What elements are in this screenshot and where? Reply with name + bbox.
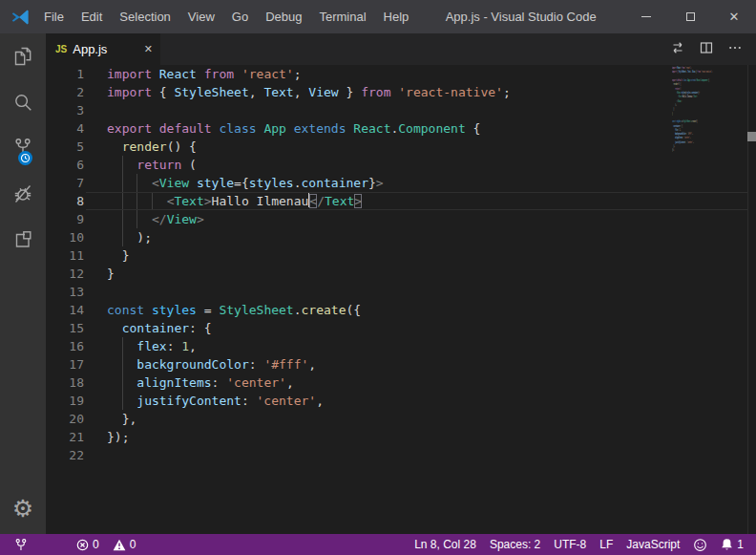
line-number[interactable]: 7: [46, 174, 84, 192]
line-number[interactable]: 17: [46, 355, 84, 374]
menu-go[interactable]: Go: [223, 0, 257, 33]
line-number[interactable]: 15: [46, 319, 84, 337]
minimize-button[interactable]: [624, 0, 668, 33]
open-changes-icon[interactable]: [670, 40, 685, 59]
line-number[interactable]: 18: [46, 374, 84, 392]
menu-edit[interactable]: Edit: [73, 0, 111, 33]
line-number[interactable]: 20: [46, 410, 84, 428]
window-controls: ✕: [624, 0, 756, 33]
code-line-13[interactable]: 13: [46, 283, 756, 301]
code-line-10[interactable]: 10 );: [46, 228, 756, 246]
code-line-8[interactable]: 8 <Text>Hallo Ilmenau</Text>: [46, 192, 756, 210]
menu-debug[interactable]: Debug: [257, 0, 310, 33]
maximize-button[interactable]: [668, 0, 712, 33]
line-number[interactable]: 8: [46, 192, 84, 210]
statusbar-end-of-line[interactable]: LF: [593, 534, 620, 555]
code-line-18[interactable]: 18 alignItems: 'center',: [46, 374, 756, 392]
indent-guide: [122, 374, 123, 392]
overview-ruler[interactable]: [747, 65, 756, 534]
tab-appjs[interactable]: JS App.js ✕: [46, 33, 160, 65]
tab-label: App.js: [73, 42, 138, 56]
activitybar-source-control-icon[interactable]: [0, 125, 46, 171]
activitybar-debug-icon[interactable]: [0, 171, 46, 217]
statusbar-problems-errors[interactable]: 0: [70, 534, 106, 555]
more-actions-icon[interactable]: [727, 40, 743, 59]
code-editor[interactable]: 1import React from 'react';2import { Sty…: [46, 65, 756, 534]
code-line-9[interactable]: 9 </View>: [46, 210, 756, 228]
statusbar-cursor-position[interactable]: Ln 8, Col 28: [408, 534, 483, 555]
activitybar-explorer-icon[interactable]: [0, 33, 46, 79]
line-number[interactable]: 5: [46, 138, 84, 156]
line-number[interactable]: 22: [46, 446, 84, 464]
activitybar-extensions-icon[interactable]: [0, 217, 46, 263]
code-line-2[interactable]: 2import { StyleSheet, Text, View } from …: [46, 83, 756, 101]
code-line-6[interactable]: 6 return (: [46, 156, 756, 174]
code-line-3[interactable]: 3: [46, 101, 756, 119]
menu-terminal[interactable]: Terminal: [310, 0, 374, 33]
line-number[interactable]: 11: [46, 246, 84, 265]
clock-badge-icon: [18, 151, 32, 165]
menu-view[interactable]: View: [179, 0, 223, 33]
tab-bar: JS App.js ✕: [46, 33, 756, 65]
statusbar-problems-warnings-label: 0: [130, 538, 136, 551]
line-number[interactable]: 1: [46, 65, 84, 83]
line-number[interactable]: 2: [46, 83, 84, 101]
statusbar-problems-warnings[interactable]: 0: [106, 534, 143, 555]
menu-selection[interactable]: Selection: [111, 0, 178, 33]
line-number[interactable]: 4: [46, 119, 84, 138]
indent-guide: [122, 228, 123, 246]
line-number[interactable]: 19: [46, 392, 84, 410]
line-number[interactable]: 9: [46, 210, 84, 228]
code-lines: 1import React from 'react';2import { Sty…: [46, 65, 756, 464]
code-line-20[interactable]: 20 },: [46, 410, 756, 428]
close-icon: ✕: [729, 11, 740, 23]
statusbar-language-mode[interactable]: JavaScript: [620, 534, 686, 555]
code-line-14[interactable]: 14const styles = StyleSheet.create({: [46, 301, 756, 319]
code-line-16[interactable]: 16 flex: 1,: [46, 337, 756, 355]
statusbar-cursor-position-label: Ln 8, Col 28: [414, 538, 476, 551]
code-line-11[interactable]: 11 }: [46, 246, 756, 265]
activitybar-search-icon[interactable]: [0, 79, 46, 125]
line-number[interactable]: 14: [46, 301, 84, 319]
line-number[interactable]: 16: [46, 337, 84, 355]
code-line-5[interactable]: 5 render() {: [46, 138, 756, 156]
indent-guide: [136, 174, 137, 192]
line-number[interactable]: 21: [46, 428, 84, 446]
statusbar-indentation[interactable]: Spaces: 2: [483, 534, 547, 555]
code-line-15[interactable]: 15 container: {: [46, 319, 756, 337]
code-line-1[interactable]: 1import React from 'react';: [46, 65, 756, 83]
close-button[interactable]: ✕: [712, 0, 756, 33]
line-number[interactable]: 6: [46, 156, 84, 174]
activitybar-manage-gear-icon[interactable]: ⚙: [0, 485, 46, 531]
code-line-19[interactable]: 19 justifyContent: 'center',: [46, 392, 756, 410]
statusbar-notifications[interactable]: 1: [714, 534, 750, 555]
menu-help[interactable]: Help: [375, 0, 418, 33]
tab-close-icon[interactable]: ✕: [144, 43, 153, 55]
minimize-icon: [641, 16, 651, 17]
statusbar-notifications-label: 1: [737, 538, 744, 551]
vscode-logo-icon: [10, 8, 30, 27]
code-line-21[interactable]: 21});: [46, 428, 756, 446]
statusbar-git-branch-status[interactable]: [8, 534, 33, 555]
activity-bar: ⚙: [0, 33, 46, 534]
code-line-17[interactable]: 17 backgroundColor: '#fff',: [46, 355, 756, 374]
menu-file[interactable]: File: [35, 0, 73, 33]
code-line-7[interactable]: 7 <View style={styles.container}>: [46, 174, 756, 192]
line-number[interactable]: 12: [46, 265, 84, 283]
warning-triangle-icon: [113, 539, 126, 551]
javascript-file-icon: JS: [55, 44, 67, 54]
indent-guide: [122, 156, 123, 174]
line-number[interactable]: 3: [46, 101, 84, 119]
indent-guide: [122, 337, 123, 355]
code-line-22[interactable]: 22: [46, 446, 756, 464]
statusbar-encoding-label: UTF-8: [554, 538, 586, 551]
line-number[interactable]: 10: [46, 228, 84, 246]
line-number[interactable]: 13: [46, 283, 84, 301]
statusbar-encoding[interactable]: UTF-8: [547, 534, 593, 555]
maximize-icon: [686, 12, 695, 21]
statusbar-feedback[interactable]: [686, 534, 714, 555]
code-line-12[interactable]: 12}: [46, 265, 756, 283]
split-editor-icon[interactable]: [699, 40, 714, 59]
code-line-4[interactable]: 4export default class App extends React.…: [46, 119, 756, 138]
bell-icon: [721, 538, 733, 551]
